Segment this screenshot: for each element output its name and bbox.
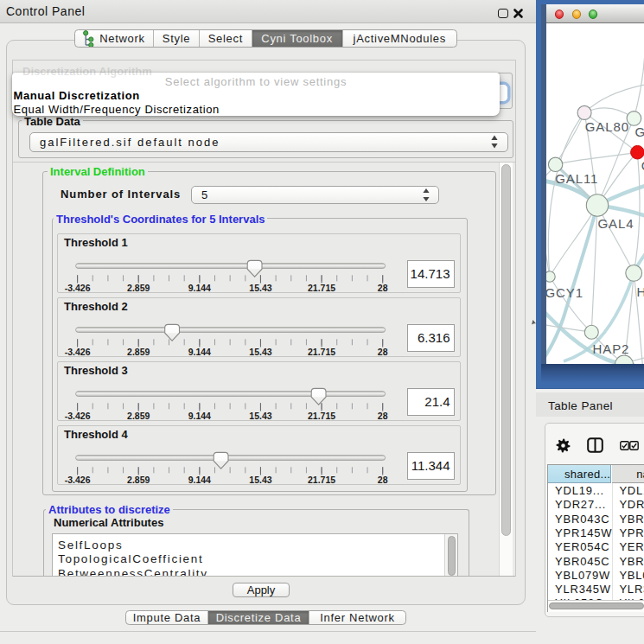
svg-text:GAL80: GAL80 <box>584 119 628 134</box>
svg-text:21.715: 21.715 <box>308 282 335 292</box>
svg-text:GCY1: GCY1 <box>546 285 583 300</box>
svg-text:2.859: 2.859 <box>127 282 150 292</box>
svg-text:GA: GA <box>634 124 644 139</box>
svg-text:9.144: 9.144 <box>188 474 211 484</box>
svg-text:28: 28 <box>378 346 388 356</box>
svg-text:9.144: 9.144 <box>188 410 211 420</box>
svg-text:28: 28 <box>378 474 388 484</box>
svg-text:-3.426: -3.426 <box>65 410 91 420</box>
svg-text:9.144: 9.144 <box>188 282 211 292</box>
svg-text:-3.426: -3.426 <box>65 474 91 484</box>
svg-text:2.859: 2.859 <box>127 474 150 484</box>
svg-text:GAL11: GAL11 <box>555 171 598 186</box>
svg-text:15.43: 15.43 <box>250 282 272 292</box>
svg-text:HI: HI <box>636 284 644 299</box>
svg-text:GAL4: GAL4 <box>597 216 634 231</box>
svg-text:9.144: 9.144 <box>188 346 211 356</box>
svg-text:15.43: 15.43 <box>250 410 272 420</box>
svg-text:2.859: 2.859 <box>127 410 150 420</box>
svg-text:15.43: 15.43 <box>250 474 272 484</box>
svg-text:28: 28 <box>378 410 388 420</box>
svg-text:-3.426: -3.426 <box>65 282 91 292</box>
svg-text:2.859: 2.859 <box>127 346 150 356</box>
svg-text:15.43: 15.43 <box>250 346 272 356</box>
svg-text:-3.426: -3.426 <box>65 346 91 356</box>
svg-text:21.715: 21.715 <box>308 410 335 420</box>
svg-text:21.715: 21.715 <box>308 346 335 356</box>
svg-text:HAP2: HAP2 <box>592 341 629 356</box>
svg-text:21.715: 21.715 <box>308 474 335 484</box>
svg-text:C: C <box>641 158 644 173</box>
svg-text:28: 28 <box>378 282 388 292</box>
